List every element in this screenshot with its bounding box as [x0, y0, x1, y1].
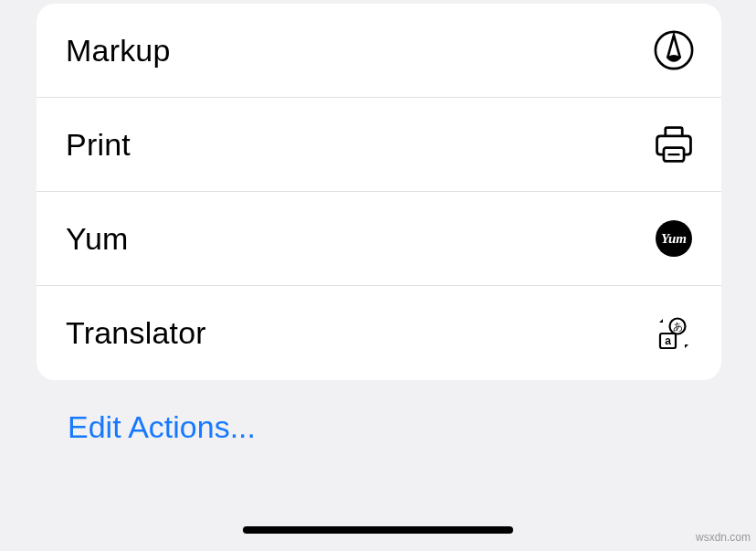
svg-text:あ: あ [673, 321, 683, 332]
translator-icon: あ a [652, 312, 696, 355]
yum-icon: Yum [652, 217, 696, 260]
action-markup[interactable]: Markup [37, 4, 721, 98]
action-label: Yum [66, 221, 129, 257]
edit-actions-link[interactable]: Edit Actions... [68, 409, 256, 445]
actions-list: Markup Print Yum Yum [37, 4, 721, 380]
markup-icon [652, 28, 696, 72]
action-label: Print [66, 127, 131, 163]
action-translator[interactable]: Translator あ a [37, 286, 721, 380]
action-print[interactable]: Print [37, 98, 721, 192]
home-indicator[interactable] [243, 526, 513, 534]
action-yum[interactable]: Yum Yum [37, 192, 721, 286]
print-icon [652, 122, 696, 166]
yum-icon-text: Yum [661, 231, 687, 247]
action-label: Markup [66, 33, 171, 69]
action-label: Translator [66, 315, 206, 351]
svg-text:a: a [665, 334, 671, 347]
watermark: wsxdn.com [696, 531, 751, 544]
